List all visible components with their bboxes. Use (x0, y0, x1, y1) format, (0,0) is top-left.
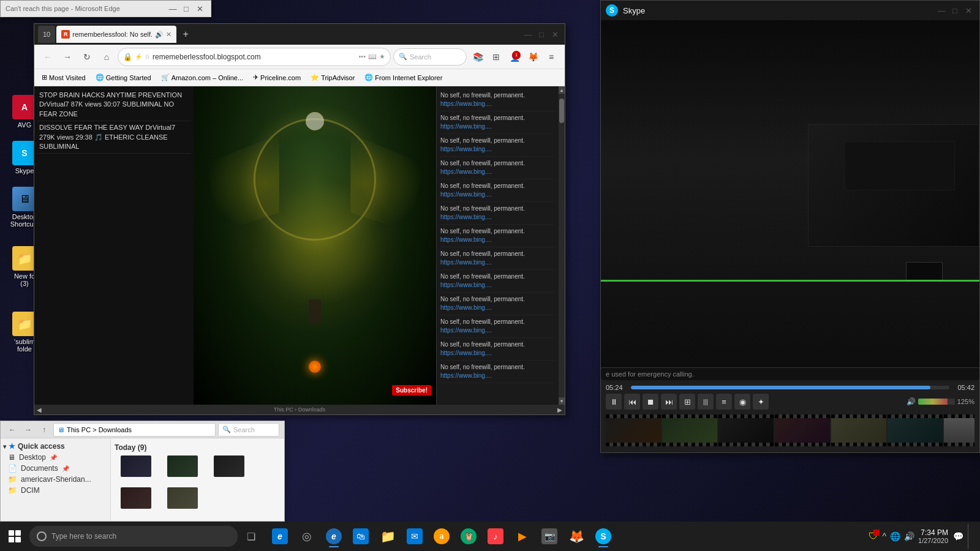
reader-mode-icon[interactable]: 📖 (368, 53, 377, 61)
play-pause-button[interactable]: ⏸ (606, 394, 622, 410)
comment-12-link[interactable]: https://www.bing.... (440, 349, 555, 358)
fullscreen-button[interactable]: ⊞ (679, 394, 695, 410)
favorites-icon[interactable]: ★ (379, 53, 385, 61)
prev-track-button[interactable]: ⏮ (624, 394, 640, 410)
taskbar-amazon[interactable]: a (429, 524, 454, 549)
bookmark-getting-started[interactable]: 🌐 Getting Started (93, 72, 154, 83)
search-box[interactable]: 🔍 Search (393, 48, 467, 66)
scrollbar[interactable]: ▲ ▼ (559, 86, 565, 405)
comment-7-link[interactable]: https://www.bing.... (440, 236, 555, 244)
thumb-5[interactable] (831, 414, 886, 446)
new-tab-button[interactable]: + (178, 26, 194, 42)
file-thumb-4[interactable] (115, 485, 157, 513)
browser-minimize[interactable]: — (522, 30, 534, 39)
video-item-1[interactable]: STOP BRAIN HACKS ANYTIME PREVENTION DrVi… (37, 89, 191, 121)
next-track-button[interactable]: ⏭ (661, 394, 677, 410)
playlist-button[interactable]: ≡ (716, 394, 732, 410)
tab-close-button[interactable]: ✕ (166, 31, 172, 39)
skype-maximize[interactable]: □ (949, 6, 961, 15)
bookmark-tripadvisor[interactable]: ⭐ TripAdvisor (308, 72, 357, 83)
forward-button[interactable]: → (59, 48, 76, 66)
file-thumb-2[interactable] (161, 453, 204, 481)
comment-11-link[interactable]: https://www.bing.... (440, 326, 555, 335)
cant-reach-close[interactable]: ✕ (194, 4, 206, 13)
thumb-1[interactable] (606, 414, 661, 446)
taskbar-camera[interactable]: 📷 (537, 524, 562, 549)
taskbar-mail[interactable]: ✉ (402, 524, 428, 549)
explorer-forward[interactable]: → (21, 423, 35, 437)
chapters-button[interactable]: ||| (698, 394, 714, 410)
skype-minimize[interactable]: — (935, 6, 948, 15)
more-options-icon[interactable]: ••• (358, 53, 366, 61)
thumb-3[interactable] (718, 414, 774, 446)
comment-2-link[interactable]: https://www.bing.... (440, 122, 555, 131)
horizontal-scrollbar[interactable]: ◀ This PC › Downloads ▶ (34, 405, 565, 414)
scroll-thumb[interactable] (559, 99, 564, 123)
bookmark-amazon[interactable]: 🛒 Amazon.com – Online... (159, 72, 246, 83)
notification-center-button[interactable]: 💬 (952, 530, 964, 542)
network-tray-icon[interactable]: 🌐 (890, 531, 900, 541)
volume-bar[interactable] (918, 399, 955, 405)
file-thumb-5[interactable] (161, 485, 204, 513)
tab-sound-icon[interactable]: 🔊 (155, 31, 164, 39)
taskbar-skype[interactable]: S (590, 524, 616, 549)
file-thumb-3[interactable] (208, 453, 251, 481)
taskbar-edge[interactable]: e (267, 524, 293, 549)
equalizer-button[interactable]: ◉ (734, 394, 750, 410)
taskbar-store[interactable]: 🛍 (348, 524, 374, 549)
taskbar-tripadvisor[interactable]: 🦉 (456, 524, 481, 549)
scroll-left-arrow[interactable]: ◀ (37, 407, 42, 413)
subscribe-button[interactable]: Subscribe! (392, 385, 431, 395)
sidebar-item-americavr[interactable]: 📁 americavr-Sheridan... (3, 474, 108, 485)
browser-close[interactable]: ✕ (549, 30, 561, 39)
sidebar-item-desktop[interactable]: 🖥 Desktop 📌 (3, 452, 108, 463)
comment-13-link[interactable]: https://www.bing.... (440, 372, 555, 380)
comment-3-link[interactable]: https://www.bing.... (440, 145, 555, 154)
taskbar-vlc[interactable]: ▶ (510, 524, 535, 549)
tab-inactive[interactable]: 10 (38, 26, 55, 43)
taskbar-search-bar[interactable]: Type here to search (29, 526, 238, 547)
taskbar-itunes[interactable]: ♪ (483, 524, 508, 549)
scroll-up-arrow[interactable]: ▲ (559, 86, 565, 94)
quick-access-header[interactable]: ▾ ★ Quick access (3, 441, 108, 452)
bookmark-most-visited[interactable]: ⊞ Most Visited (39, 72, 88, 83)
explorer-address-bar[interactable]: 🖥 This PC > Downloads (53, 423, 216, 437)
home-button[interactable]: ⌂ (98, 48, 115, 66)
profile-button[interactable]: 👤 1 (506, 48, 523, 66)
refresh-button[interactable]: ↻ (78, 48, 96, 66)
taskbar-folder[interactable]: 📁 (375, 524, 401, 549)
file-thumb-1[interactable] (115, 453, 157, 481)
comment-5-link[interactable]: https://www.bing.... (440, 190, 555, 199)
tab-active[interactable]: R rememberlessfool: No self. 🔊 ✕ (56, 26, 176, 43)
skype-close[interactable]: ✕ (962, 6, 974, 15)
volume-tray-icon[interactable]: 🔊 (904, 531, 914, 541)
progress-bar-container[interactable] (631, 386, 949, 389)
taskbar-cortana[interactable]: ◎ (294, 524, 320, 549)
thumb-2[interactable] (662, 414, 717, 446)
sidebar-item-documents[interactable]: 📄 Documents 📌 (3, 463, 108, 474)
chevron-icon[interactable]: ^ (882, 531, 886, 541)
scroll-right-arrow[interactable]: ▶ (557, 407, 562, 413)
show-desktop-button[interactable] (968, 524, 973, 549)
hub-button[interactable]: ⊞ (488, 48, 505, 66)
start-button[interactable] (2, 524, 27, 549)
bookmark-priceline[interactable]: ✈ Priceline.com (251, 72, 303, 83)
taskbar-ie[interactable]: e (321, 524, 347, 549)
comment-4-link[interactable]: https://www.bing.... (440, 168, 555, 176)
bookmark-from-ie[interactable]: 🌐 From Internet Explorer (362, 72, 445, 83)
stop-button[interactable]: ⏹ (643, 394, 658, 410)
taskbar-firefox[interactable]: 🦊 (564, 524, 589, 549)
back-button[interactable]: ← (39, 48, 56, 66)
browser-maximize[interactable]: □ (535, 30, 548, 39)
scroll-down-arrow[interactable]: ▼ (559, 397, 565, 405)
cant-reach-maximize[interactable]: □ (180, 4, 192, 13)
thumb-7[interactable] (944, 414, 974, 446)
effects-button[interactable]: ✦ (753, 394, 769, 410)
cant-reach-minimize[interactable]: — (167, 4, 179, 13)
sidebar-item-dcim[interactable]: 📁 DCIM (3, 485, 108, 496)
extension-button[interactable]: 🦊 (524, 48, 541, 66)
thumb-6[interactable] (888, 414, 943, 446)
comment-10-link[interactable]: https://www.bing.... (440, 304, 555, 312)
task-view-button[interactable]: ❑ (240, 525, 262, 547)
menu-button[interactable]: ≡ (543, 48, 560, 66)
